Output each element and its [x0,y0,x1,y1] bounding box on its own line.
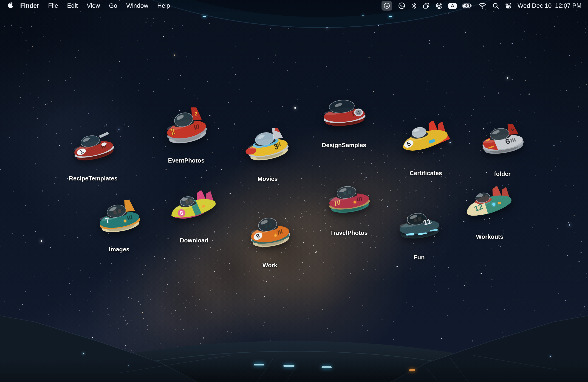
spaceship-folder-icon: 3 [243,128,293,162]
battery-charging-icon[interactable] [462,2,472,10]
menu-bar: Finder File Edit View Go Window Help w [0,0,588,11]
app-menus: Finder File Edit View Go Window Help [8,2,179,10]
desktop-icon-Movies[interactable]: 3Movies [243,128,293,162]
spaceship-folder-icon: 4 [318,97,370,128]
desktop-icon-label: Images [109,246,129,253]
concentric-rings-icon[interactable] [436,2,443,10]
menu-go[interactable]: Go [109,2,117,9]
desktop-icon-label: Certificates [410,170,442,177]
wifi-icon[interactable] [478,2,486,10]
spaceship-folder-icon: 11 [394,209,444,241]
apple-icon [8,2,13,10]
w-app-badge-icon[interactable]: w [381,1,392,11]
desktop-icon-Workouts[interactable]: 12Workouts [464,186,515,221]
spaceship-folder-icon: 10 [324,182,374,215]
menu-file[interactable]: File [48,2,58,9]
menu-clock[interactable]: Wed Dec 10 12:07 PM [518,2,582,9]
desktop-icon-EventPhotos[interactable]: 22EventPhotos [162,107,211,145]
spaceship-folder-icon: 66 [477,124,528,156]
input-source-icon[interactable]: A [448,2,457,10]
desktop-icon-Fun[interactable]: 11Fun [394,209,444,241]
desktop-icon-Work[interactable]: 9Work [246,213,294,249]
desktop-icon-label: Fun [414,254,425,261]
desktop-icon-label: Movies [257,175,278,182]
spaceship-folder-icon: 1 [68,131,118,161]
creative-cloud-icon[interactable] [398,2,406,10]
bluetooth-icon[interactable] [411,2,417,10]
spotlight-search-icon[interactable] [492,2,499,10]
desktop-icon-label: EventPhotos [168,157,205,164]
desktop-icon-Certificates[interactable]: 5Certificates [400,121,451,157]
menu-view[interactable]: View [87,2,100,9]
menu-edit[interactable]: Edit [67,2,78,9]
svg-text:w: w [385,4,388,8]
desktop-icon-label: Workouts [476,233,503,240]
input-source-label: A [448,3,457,9]
svg-text:6: 6 [511,127,514,132]
control-center-icon[interactable] [505,2,512,10]
spaceship-folder-icon: 8 [169,191,219,224]
desktop-icon-DesignSamples[interactable]: 4DesignSamples [318,97,370,128]
mirror-squares-icon[interactable] [423,2,430,10]
desktop-icon-Images[interactable]: 7Images [94,200,144,234]
desktop-icon-folder[interactable]: 66folder [477,124,528,156]
desktop-icon-label: RecipeTemplates [69,175,118,182]
spaceship-folder-icon: 22 [162,107,211,145]
desktop-icon-label: Work [263,262,277,269]
clock-time: 12:07 PM [555,2,582,9]
desktop-icon-TravelPhotos[interactable]: 10TravelPhotos [324,182,374,215]
desktop-icon-label: folder [494,170,511,178]
spaceship-folder-icon: 12 [464,186,515,221]
clock-date: Wed Dec 10 [518,2,551,9]
desktop-icon-Download[interactable]: 8Download [169,191,219,224]
apple-menu[interactable] [8,2,13,10]
desktop-icon-RecipeTemplates[interactable]: 1RecipeTemplates [68,131,118,161]
spaceship-folder-icon: 5 [400,121,451,157]
status-tray: w A [381,1,582,11]
desktop-icon-label: Download [180,237,208,244]
menu-finder[interactable]: Finder [20,2,39,9]
desktop-icon-label: TravelPhotos [330,229,368,237]
svg-text:2: 2 [195,111,198,116]
spaceship-folder-icon: 9 [246,213,294,249]
desktop-icon-label: DesignSamples [322,142,366,149]
spaceship-folder-icon: 7 [94,200,144,234]
menu-help[interactable]: Help [157,2,170,9]
desktop-icons-layer: 1RecipeTemplates22EventPhotos3Movies4Des… [0,0,588,382]
menu-window[interactable]: Window [126,2,148,9]
